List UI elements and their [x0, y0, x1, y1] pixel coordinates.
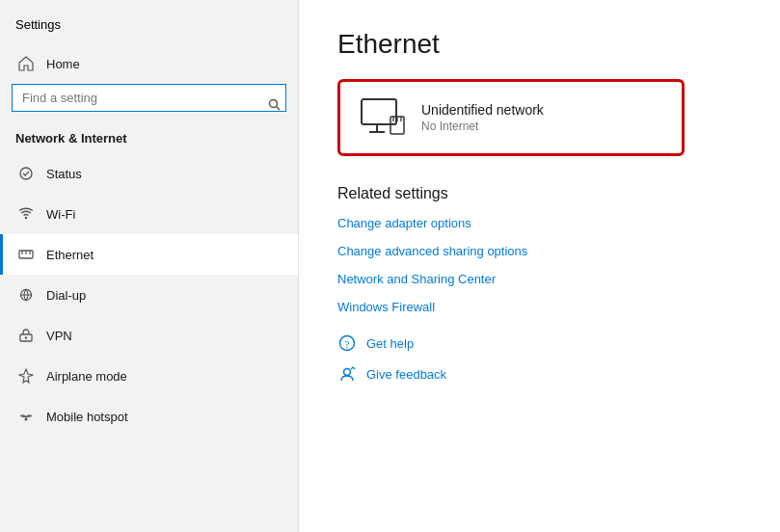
related-settings-section: Related settings Change adapter options …: [337, 185, 741, 314]
status-icon: [15, 163, 37, 184]
sidebar-item-hotspot[interactable]: Mobile hotspot: [0, 396, 298, 437]
sidebar-item-dialup-label: Dial-up: [46, 288, 86, 303]
give-feedback-label: Give feedback: [366, 367, 446, 382]
section-header: Network & Internet: [0, 127, 298, 153]
sidebar-item-wifi[interactable]: Wi-Fi: [0, 194, 298, 234]
ethernet-icon: [15, 244, 37, 265]
sidebar-item-home[interactable]: Home: [0, 43, 298, 84]
give-feedback-icon: [337, 364, 357, 384]
sidebar-item-status[interactable]: Status: [0, 153, 298, 194]
get-help-label: Get help: [366, 336, 414, 351]
svg-text:?: ?: [345, 338, 350, 350]
svg-point-11: [25, 418, 28, 421]
svg-point-10: [25, 336, 27, 338]
link-change-sharing[interactable]: Change advanced sharing options: [337, 244, 741, 258]
home-icon: [15, 53, 37, 74]
sidebar-item-airplane[interactable]: Airplane mode: [0, 356, 298, 396]
main-content: Ethernet Unidentified network No Interne…: [299, 0, 780, 532]
ethernet-card: Unidentified network No Internet: [337, 79, 685, 156]
airplane-icon: [15, 365, 37, 386]
network-status: No Internet: [421, 120, 544, 133]
ethernet-monitor-icon: [360, 97, 406, 138]
dialup-icon: [15, 284, 37, 306]
search-input[interactable]: [12, 84, 286, 112]
sidebar-item-wifi-label: Wi-Fi: [46, 207, 75, 222]
sidebar-item-airplane-label: Airplane mode: [46, 369, 127, 384]
network-name: Unidentified network: [421, 102, 544, 118]
sidebar-item-vpn[interactable]: VPN: [0, 315, 298, 356]
sidebar: Settings Home Network & Internet Stat: [0, 0, 299, 532]
get-help-item[interactable]: ? Get help: [337, 333, 741, 353]
ethernet-info: Unidentified network No Internet: [421, 102, 544, 133]
page-title: Ethernet: [337, 29, 741, 60]
hotspot-icon: [15, 406, 37, 427]
sidebar-item-ethernet-label: Ethernet: [46, 248, 94, 262]
sidebar-item-ethernet[interactable]: Ethernet: [0, 234, 298, 275]
search-icon-button[interactable]: [268, 98, 281, 114]
app-title: Settings: [0, 10, 298, 43]
svg-point-2: [20, 168, 32, 179]
search-wrapper: [0, 84, 298, 127]
svg-line-1: [277, 106, 281, 110]
get-help-icon: ?: [337, 333, 357, 353]
sidebar-item-dialup[interactable]: Dial-up: [0, 275, 298, 315]
give-feedback-item[interactable]: Give feedback: [337, 364, 741, 384]
related-settings-title: Related settings: [337, 185, 741, 202]
wifi-icon: [15, 203, 37, 225]
svg-point-0: [270, 99, 278, 107]
link-firewall[interactable]: Windows Firewall: [337, 300, 741, 314]
link-network-center[interactable]: Network and Sharing Center: [337, 272, 741, 286]
sidebar-item-status-label: Status: [46, 167, 82, 181]
sidebar-item-home-label: Home: [46, 57, 80, 71]
help-section: ? Get help Give feedback: [337, 333, 741, 384]
link-change-adapter[interactable]: Change adapter options: [337, 216, 741, 230]
vpn-icon: [15, 325, 37, 346]
svg-point-21: [344, 369, 351, 376]
search-icon: [268, 98, 281, 111]
sidebar-item-vpn-label: VPN: [46, 329, 72, 343]
sidebar-item-hotspot-label: Mobile hotspot: [46, 410, 128, 424]
